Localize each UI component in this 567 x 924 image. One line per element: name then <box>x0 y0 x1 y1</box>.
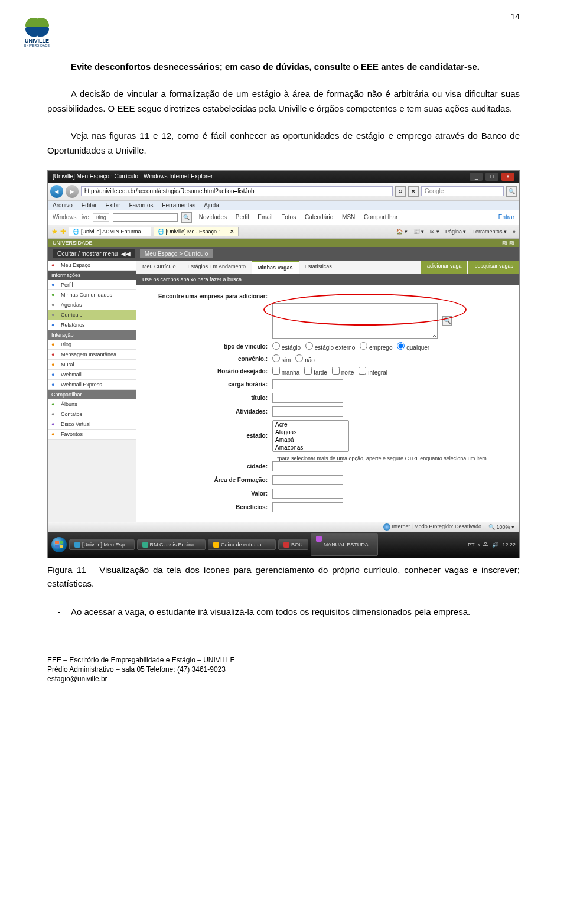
live-fotos[interactable]: Fotos <box>281 214 296 220</box>
sidebar-contatos[interactable]: Contatos <box>48 409 136 419</box>
empresa-input[interactable] <box>272 303 438 339</box>
sidebar-blog[interactable]: Blog <box>48 340 136 350</box>
cidade-input[interactable] <box>272 461 343 471</box>
radio-convenio-nao[interactable]: não <box>295 354 314 363</box>
sidebar-curriculo[interactable]: Currículo <box>48 310 136 320</box>
search-empresa-icon[interactable]: 🔍 <box>442 316 452 326</box>
ie-tab-1[interactable]: 🌐[Univille] ADMIN Enturma ... <box>69 227 151 236</box>
beneficios-input[interactable] <box>272 502 343 512</box>
live-email[interactable]: Email <box>258 214 272 220</box>
sidebar-webmail[interactable]: Webmail <box>48 370 136 380</box>
toolbar-ferramentas[interactable]: Ferramentas ▾ <box>472 229 507 235</box>
live-entrar[interactable]: Entrar <box>498 214 514 220</box>
tray-volume-icon[interactable]: 🔊 <box>492 542 498 548</box>
sidebar-perfil[interactable]: Perfil <box>48 280 136 290</box>
sidebar-mural[interactable]: Mural <box>48 360 136 370</box>
valor-input[interactable] <box>272 489 343 499</box>
menu-arquivo[interactable]: Arquivo <box>53 202 73 209</box>
live-novidades[interactable]: Novidades <box>199 214 227 220</box>
close-button[interactable]: X <box>501 173 514 181</box>
pesquisar-vagas-button[interactable]: pesquisar vagas <box>468 261 519 274</box>
toolbar-chevron-icon[interactable]: » <box>513 229 516 235</box>
titulo-input[interactable] <box>272 393 343 403</box>
live-search-input[interactable] <box>113 213 178 222</box>
carga-input[interactable] <box>272 379 343 389</box>
favorites-icon[interactable]: ★ <box>51 227 58 236</box>
adicionar-vaga-button[interactable]: adicionar vaga <box>421 261 468 274</box>
sidebar-meu-espaco[interactable]: Meu Espaço <box>48 261 136 271</box>
taskbar-btn-2[interactable]: RM Classis Ensino ... <box>137 539 206 550</box>
ie-tab-2[interactable]: 🌐[Univille] Meu Espaço : ...✕ <box>154 227 239 236</box>
toolbar-mail-icon[interactable]: ✉ ▾ <box>430 229 439 235</box>
taskbar-btn-3[interactable]: Caixa de entrada - ... <box>208 539 276 550</box>
radio-estagio-externo[interactable]: estágio externo <box>305 342 355 351</box>
sidebar-mensagem[interactable]: Mensagem Instantânea <box>48 350 136 360</box>
taskbar-btn-1[interactable]: [Univille] Meu Esp... <box>69 539 135 550</box>
page-number: 14 <box>510 12 520 21</box>
live-calendario[interactable]: Calendário <box>305 214 333 220</box>
sidebar-disco-virtual[interactable]: Disco Virtual <box>48 419 136 430</box>
status-zoom[interactable]: 🔍 100% ▾ <box>488 524 514 530</box>
forward-button[interactable]: ► <box>66 185 79 198</box>
live-search-go[interactable]: 🔍 <box>181 212 192 223</box>
search-box[interactable]: Google <box>421 186 504 196</box>
system-tray[interactable]: PT ‹ 🖧 🔊 12:22 <box>468 542 516 548</box>
radio-convenio-sim[interactable]: sim <box>272 354 291 363</box>
tray-clock[interactable]: 12:22 <box>502 542 516 548</box>
check-integral[interactable]: integral <box>359 367 387 376</box>
taskbar-btn-4[interactable]: BOU <box>278 539 308 550</box>
toolbar-home-icon[interactable]: 🏠 ▾ <box>396 229 408 235</box>
footer-line-3: estagio@univille.br <box>47 674 520 684</box>
menu-favoritos[interactable]: Favoritos <box>129 202 153 209</box>
label-beneficios: Benefícios: <box>154 504 272 510</box>
menu-exibir[interactable]: Exibir <box>106 202 120 209</box>
minimize-button[interactable]: _ <box>470 173 483 181</box>
live-perfil[interactable]: Perfil <box>236 214 249 220</box>
menu-ferramentas[interactable]: Ferramentas <box>162 202 195 209</box>
area-input[interactable] <box>272 475 343 485</box>
radio-qualquer[interactable]: qualquer <box>397 342 429 351</box>
menu-editar[interactable]: Editar <box>82 202 97 209</box>
sidebar-agendas[interactable]: Agendas <box>48 300 136 310</box>
maximize-button[interactable]: □ <box>485 173 498 181</box>
add-favorite-icon[interactable]: ✚ <box>60 227 66 236</box>
taskbar-btn-5[interactable]: MANUAL ESTUDA... <box>311 533 379 556</box>
tray-chevron-icon[interactable]: ‹ <box>478 542 480 548</box>
toolbar-pagina[interactable]: Página ▾ <box>445 229 467 235</box>
tray-lang[interactable]: PT <box>468 542 475 548</box>
subtab-estatisticas[interactable]: Estatísticas <box>299 261 338 274</box>
stop-button[interactable]: ✕ <box>408 186 419 197</box>
label-horario: Horário desejado: <box>154 368 272 375</box>
check-manha[interactable]: manhã <box>272 367 299 376</box>
sidebar-comunidades[interactable]: Minhas Comunidades <box>48 290 136 300</box>
ie-tabs-bar: ★ ✚ 🌐[Univille] ADMIN Enturma ... 🌐[Univ… <box>48 225 519 239</box>
check-tarde[interactable]: tarde <box>304 367 327 376</box>
check-noite[interactable]: noite <box>332 367 354 376</box>
sidebar-header-compartilhar: Compartilhar <box>48 390 136 399</box>
search-go-button[interactable]: 🔍 <box>506 186 517 197</box>
bing-label[interactable]: Bing <box>93 213 109 222</box>
live-msn[interactable]: MSN <box>342 214 355 220</box>
tray-network-icon[interactable]: 🖧 <box>483 542 488 548</box>
radio-estagio[interactable]: estágio <box>272 342 301 351</box>
window-buttons[interactable]: _ □ X <box>468 173 514 181</box>
sidebar-webmail-express[interactable]: Webmail Express <box>48 380 136 390</box>
estado-select[interactable]: Acre Alagoas Amapá Amazonas <box>272 420 349 452</box>
url-field[interactable]: http://univille.edu.br/account/estagio/R… <box>81 186 393 196</box>
refresh-button[interactable]: ↻ <box>395 186 406 197</box>
subtab-meu-curriculo[interactable]: Meu Currículo <box>136 261 182 274</box>
sidebar-relatorios[interactable]: Relatórios <box>48 320 136 330</box>
subtab-estagios[interactable]: Estágios Em Andamento <box>182 261 252 274</box>
back-button[interactable]: ◄ <box>50 185 63 198</box>
menu-ajuda[interactable]: Ajuda <box>204 202 219 209</box>
radio-emprego[interactable]: emprego <box>360 342 392 351</box>
live-compartilhar[interactable]: Compartilhar <box>364 214 397 220</box>
sidebar-albuns[interactable]: Álbuns <box>48 399 136 409</box>
atividades-input[interactable] <box>272 406 343 417</box>
toolbar-feeds-icon[interactable]: 📰 ▾ <box>413 229 425 235</box>
sidebar-favoritos[interactable]: Favoritos <box>48 430 136 440</box>
subtab-minhas-vagas[interactable]: Minhas Vagas <box>252 261 299 274</box>
toggle-menu[interactable]: Ocultar / mostrar menu ◀◀ <box>53 249 135 258</box>
start-button[interactable] <box>51 537 67 552</box>
label-tipo: tipo de vínculo: <box>154 343 272 350</box>
